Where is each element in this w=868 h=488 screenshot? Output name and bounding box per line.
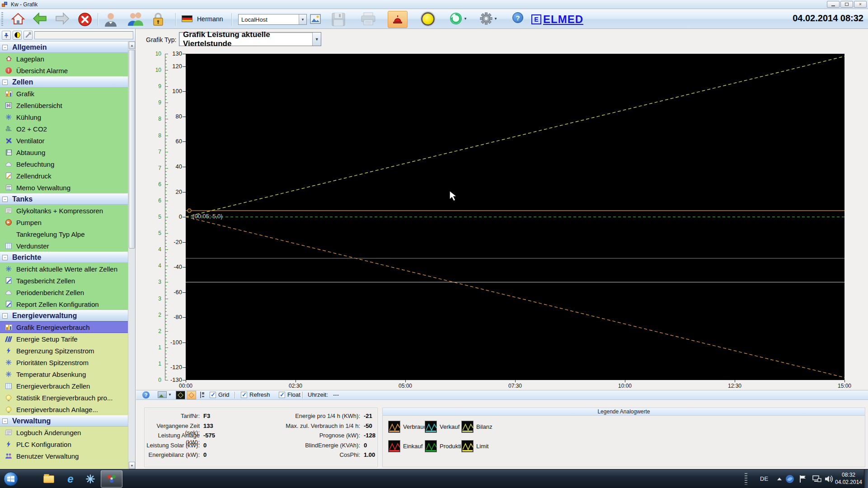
sidebar-item-befeuchtung[interactable]: Befeuchtung	[0, 158, 128, 170]
start-button[interactable]	[4, 472, 18, 486]
close-button[interactable]: ×	[854, 1, 867, 8]
sidebar-item-tagesbericht-zellen[interactable]: Tagesbericht Zellen	[0, 275, 128, 286]
sidebar-item-abtauung[interactable]: Abtauung	[0, 146, 128, 158]
tray-network-icon[interactable]	[812, 474, 821, 485]
sidebar-item-o2-co2[interactable]: O₂CO₂O2 + CO2	[0, 123, 128, 135]
refresh-checkbox-box[interactable]	[241, 392, 247, 398]
sidebar-item-energieverbrauch-zellen[interactable]: Energieverbrauch Zellen	[0, 380, 128, 392]
settings-dropdown-arrow[interactable]: ▼	[494, 17, 497, 21]
chart-plot[interactable]: (00:05; 5,0)	[186, 54, 845, 380]
sidebar-item-periodenbericht-zellen[interactable]: Periodenbericht Zellen	[0, 286, 128, 298]
sidebar-item-übersicht-alarme[interactable]: !Übersicht Alarme	[0, 65, 128, 76]
sidebar-item-ventilator[interactable]: Ventilator	[0, 135, 128, 146]
screenshot-button[interactable]	[310, 14, 321, 24]
taskbar-active-app-button[interactable]	[101, 470, 122, 488]
help-button[interactable]: ?	[512, 12, 523, 23]
sidebar-item-begrenzung-spitzenstrom[interactable]: Begrenzung Spitzenstrom	[0, 345, 128, 357]
sidebar-item-grafik[interactable]: Grafik	[0, 88, 128, 99]
taskbar-explorer-button[interactable]	[41, 472, 57, 486]
sidebar-item-lageplan[interactable]: Lageplan	[0, 53, 128, 65]
tray-chevron-icon[interactable]	[777, 478, 782, 480]
scroll-down-button[interactable]: ▼	[129, 462, 135, 469]
pin-button[interactable]	[2, 31, 11, 40]
scroll-up-button[interactable]: ▲	[129, 42, 135, 49]
float-checkbox[interactable]: Float	[279, 391, 300, 398]
collapse-icon[interactable]: −	[2, 255, 8, 260]
float-checkbox-box[interactable]	[279, 392, 285, 398]
collapse-icon[interactable]: −	[2, 418, 8, 424]
grid-checkbox[interactable]: Grid	[210, 391, 230, 398]
taskbar-app-icon-button[interactable]	[82, 472, 99, 486]
sidebar-section-energieverwaltung[interactable]: −Energieverwaltung	[0, 310, 128, 321]
sidebar-item-grafik-energieverbrauch[interactable]: Grafik Energieverbrauch	[0, 321, 128, 333]
sidebar-item-statistik-energieverbrauch-pro[interactable]: Statistik Energieverbrauch pro...	[0, 392, 128, 404]
tools-button[interactable]	[23, 31, 33, 40]
tray-volume-icon[interactable]	[824, 474, 833, 485]
sidebar-item-kühlung[interactable]: Kühlung	[0, 111, 128, 123]
sidebar-section-allgemein[interactable]: −Allgemein	[0, 42, 128, 53]
collapse-icon[interactable]: −	[2, 45, 8, 50]
refresh-dropdown-arrow[interactable]: ▼	[464, 17, 467, 21]
home-button[interactable]	[11, 12, 25, 26]
status-light[interactable]	[421, 12, 435, 26]
sidebar-section-zellen[interactable]: −Zellen	[0, 76, 128, 88]
collapse-icon[interactable]: −	[2, 313, 8, 319]
sidebar-item-zellenübersicht[interactable]: Zellenübersicht	[0, 99, 128, 111]
sidebar-section-berichte[interactable]: −Berichte	[0, 252, 128, 263]
sidebar-section-verwaltung[interactable]: −Verwaltung	[0, 415, 128, 427]
user-button[interactable]	[104, 12, 117, 27]
grid-checkbox-box[interactable]	[210, 392, 216, 398]
image-dropdown-arrow[interactable]: ▼	[168, 393, 172, 397]
axis-scale-button[interactable]	[199, 391, 205, 399]
sidebar-filter-input[interactable]	[34, 31, 133, 39]
lock-button[interactable]	[152, 12, 164, 27]
users-button[interactable]	[127, 12, 144, 27]
graph-type-dropdown-arrow[interactable]: ▼	[312, 33, 321, 46]
tray-clock[interactable]: 08:32 04.02.2014	[834, 471, 863, 486]
language-indicator[interactable]: DE	[760, 475, 768, 482]
collapse-icon[interactable]: −	[2, 80, 8, 85]
host-dropdown-arrow[interactable]: ▼	[299, 14, 306, 24]
tray-network-app-icon[interactable]	[785, 474, 794, 485]
sidebar-item-temperatur-absenkung[interactable]: Temperatur Absenkung	[0, 368, 128, 380]
show-desktop-button[interactable]	[864, 469, 868, 488]
pan-mode-button[interactable]	[187, 391, 196, 399]
sidebar-scrollbar[interactable]: ▲ ▼	[128, 42, 135, 469]
elmed-logo[interactable]: E ELMED	[531, 13, 583, 26]
sidebar-item-prioritäten-spitzenstrom[interactable]: Prioritäten Spitzenstrom	[0, 357, 128, 368]
forward-button[interactable]	[55, 12, 70, 25]
sidebar-item-benutzer-verwaltung[interactable]: Benutzer Verwaltung	[0, 450, 128, 462]
language-flag[interactable]	[182, 15, 192, 22]
collapse-icon[interactable]: −	[2, 197, 8, 202]
graph-type-combobox[interactable]: Grafik Leistung aktuelle Viertelstunde ▼	[179, 32, 321, 46]
sidebar-item-glykoltanks-kompressoren[interactable]: Glykoltanks + Kompressoren	[0, 205, 128, 216]
chart-image-button[interactable]: ▼	[158, 391, 172, 398]
refresh-checkbox[interactable]: Refresh	[241, 391, 270, 398]
zoom-mode-button[interactable]	[176, 391, 185, 399]
settings-button[interactable]: ▼	[480, 12, 497, 25]
sidebar-item-memo-verwaltung[interactable]: Memo Verwaltung	[0, 182, 128, 193]
sidebar-item-plc-konfiguration[interactable]: PLC Konfiguration	[0, 438, 128, 450]
minimize-button[interactable]	[827, 1, 840, 8]
sidebar-item-partial[interactable]	[0, 462, 128, 469]
sidebar-item-logbuch-änderungen[interactable]: Logbuch Änderungen	[0, 427, 128, 438]
taskbar-browser-button[interactable]: e	[62, 472, 79, 486]
sidebar-item-tankregelung-typ-alpe[interactable]: Tankregelung Typ Alpe	[0, 228, 128, 240]
sidebar-section-tanks[interactable]: −Tanks	[0, 193, 128, 205]
sidebar-item-verdunster[interactable]: Verdunster	[0, 240, 128, 252]
sidebar-item-pumpen[interactable]: ▶Pumpen	[0, 216, 128, 228]
contrast-button[interactable]	[13, 31, 22, 40]
toolbar-grip[interactable]	[1, 12, 3, 27]
scrollbar-thumb[interactable]	[129, 50, 135, 249]
sidebar-item-report-zellen-konfiguration[interactable]: Report Zellen Konfiguration	[0, 298, 128, 310]
host-combobox[interactable]: LocalHost ▼	[238, 14, 307, 25]
alarm-button[interactable]	[388, 11, 408, 28]
chart-help-button[interactable]: ?	[142, 391, 150, 399]
refresh-button[interactable]: ▼	[450, 12, 467, 25]
abort-button[interactable]	[78, 12, 92, 27]
sidebar-item-bericht-aktuelle-werte-aller-zellen[interactable]: Bericht aktuelle Werte aller Zellen	[0, 263, 128, 275]
tray-grip[interactable]	[745, 473, 747, 485]
maximize-button[interactable]	[840, 1, 853, 8]
sidebar-item-zellendruck[interactable]: Zellendruck	[0, 170, 128, 182]
tray-flag-icon[interactable]	[799, 474, 807, 485]
